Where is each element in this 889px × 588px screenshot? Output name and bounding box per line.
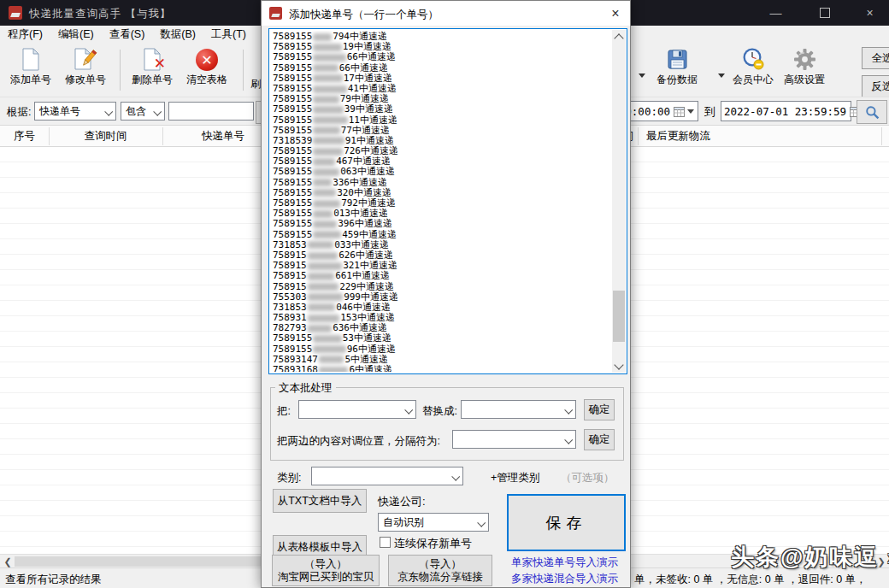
single-courier-demo-link[interactable]: 单家快递单号导入演示 — [511, 556, 618, 570]
member-center-button[interactable]: 会员中心 — [727, 45, 780, 95]
query-search-button[interactable] — [857, 100, 887, 124]
import-txt-button[interactable]: 从TXT文档中导入 — [273, 489, 367, 513]
modify-number-button[interactable]: 修改单号 — [60, 45, 111, 95]
tracking-line: 758915566中通速递 — [273, 51, 608, 62]
delete-document-icon: ✕ — [142, 45, 162, 71]
redacted-digits — [319, 367, 348, 372]
tracking-line: 782793636中通速递 — [273, 322, 608, 332]
replace-confirm-button[interactable]: 确定 — [584, 399, 615, 420]
date-to-field[interactable]: 2022-07-01 23:59:59 — [721, 101, 851, 121]
add-tracking-dialog: 添加快递单号（一行一个单号） × 7589155794中通速递758915519… — [261, 0, 631, 588]
chevron-down-icon — [404, 406, 413, 415]
member-dropdown-arrow-icon[interactable] — [718, 74, 725, 81]
replace-from-select[interactable] — [298, 400, 416, 419]
column-header-querytime[interactable]: 查询时间 — [49, 126, 162, 146]
menu-view[interactable]: 查看(S) — [102, 26, 153, 44]
swap-separator-select[interactable] — [452, 430, 576, 449]
column-header-seq[interactable]: 序号 — [0, 126, 49, 146]
calendar-icon — [674, 106, 685, 117]
redacted-digits — [313, 54, 345, 62]
dialog-title: 添加快递单号（一行一个单号） — [289, 8, 439, 22]
window-title: 快递批量查询高手 【与我】 — [29, 7, 171, 21]
invert-select-button[interactable]: 反选 — [862, 75, 889, 97]
taobao-import-button[interactable]: （导入） 淘宝网已买到的宝贝 — [272, 555, 380, 586]
redacted-digits — [313, 33, 332, 41]
redacted-digits — [313, 126, 339, 134]
scrollbar-thumb[interactable] — [613, 291, 625, 342]
refresh-button-partial[interactable]: 刷 — [250, 77, 261, 91]
select-all-button[interactable]: 全选 — [862, 47, 889, 69]
close-button[interactable]: × — [851, 0, 889, 26]
tracking-line: 758915321中通速递 — [273, 260, 608, 270]
column-header-lastupdate[interactable]: 最后更新物流 — [646, 126, 749, 146]
courier-company-select[interactable]: 自动识别 — [378, 513, 489, 532]
textarea-scrollbar[interactable] — [612, 30, 626, 373]
backup-dropdown-arrow-icon[interactable] — [639, 74, 645, 81]
delete-number-button[interactable]: ✕ 删除单号 — [127, 45, 178, 95]
tracking-line: 7589155794中通速递 — [273, 31, 608, 41]
tracking-line: 758915511中通速递 — [273, 115, 608, 125]
redacted-digits — [313, 179, 332, 186]
toolbar-separator — [120, 50, 121, 91]
menu-data[interactable]: 数据(B) — [152, 26, 203, 44]
filter-field-select[interactable]: 快递单号 — [34, 102, 116, 121]
redacted-digits — [313, 158, 335, 166]
new-document-icon — [21, 45, 41, 71]
clear-circle-icon: ✕ — [196, 45, 218, 71]
minimize-button[interactable]: — — [757, 0, 795, 26]
filter-keyword-input[interactable] — [168, 102, 254, 121]
tracking-line: 7589155013中通速递 — [273, 208, 608, 218]
redacted-digits — [313, 116, 347, 124]
tracking-line: 758931475中通速递 — [273, 354, 608, 364]
floppy-disk-icon — [666, 45, 689, 71]
menu-program[interactable]: 程序(F) — [0, 26, 50, 44]
tracking-line: 7589155467中通速递 — [273, 156, 608, 166]
save-button[interactable]: 保存 — [507, 494, 626, 551]
swap-confirm-button[interactable]: 确定 — [584, 429, 615, 450]
redacted-digits — [313, 200, 340, 208]
tracking-line: 7589155792中通速递 — [273, 197, 608, 208]
advanced-settings-button[interactable]: 高级设置 — [778, 45, 831, 95]
jd-import-button[interactable]: （导入） 京东物流分享链接 — [388, 555, 492, 586]
redacted-digits — [308, 303, 335, 311]
tracking-line: 731853046中通速递 — [273, 302, 608, 312]
gear-icon — [793, 45, 816, 71]
manage-category-link[interactable]: +管理类别 — [491, 471, 539, 485]
replace-from-label: 把: — [277, 404, 291, 419]
redacted-digits — [308, 252, 338, 260]
menu-edit[interactable]: 编辑(E) — [50, 26, 102, 44]
tracking-line: 758915661中通速递 — [273, 270, 608, 280]
tracking-line: 7589155063中通速递 — [273, 166, 608, 176]
category-select[interactable] — [311, 467, 463, 485]
tracking-line: 7589155459中通速递 — [273, 229, 608, 239]
tracking-line: 731853033中通速递 — [273, 239, 608, 250]
clear-table-button[interactable]: ✕ 清空表格 — [181, 45, 233, 95]
scroll-left-icon[interactable]: ❮ — [1, 556, 15, 567]
redacted-digits — [313, 345, 345, 353]
filter-match-select[interactable]: 包含 — [121, 102, 165, 121]
redacted-digits — [308, 262, 342, 270]
redacted-digits — [313, 74, 342, 82]
dialog-close-button[interactable]: × — [603, 3, 628, 24]
menu-tools[interactable]: 工具(T) — [203, 26, 254, 44]
tracking-line: 7589155396中通速递 — [273, 218, 608, 228]
scroll-up-icon[interactable] — [612, 30, 626, 43]
maximize-button[interactable] — [805, 0, 844, 26]
redacted-digits — [308, 241, 333, 249]
scroll-down-icon[interactable] — [612, 360, 626, 373]
replace-to-select[interactable] — [461, 400, 576, 419]
tracking-line: 758915541中通速递 — [273, 83, 608, 93]
courier-company-label: 快递公司: — [378, 494, 426, 509]
date-dropdown-icon[interactable] — [687, 109, 694, 117]
filter-by-label: 根据: — [7, 105, 31, 120]
tracking-line: 758915539中通速递 — [273, 103, 608, 114]
continuous-save-checkbox[interactable] — [380, 537, 391, 548]
to-label: 到 — [704, 104, 715, 120]
backup-data-button[interactable]: 备份数据 — [650, 45, 704, 95]
tracking-textarea[interactable]: 7589155794中通速递758915519中通速递758915566中通速递… — [268, 28, 627, 374]
multi-courier-demo-link[interactable]: 多家快递混合导入演示 — [511, 572, 618, 586]
add-number-button[interactable]: 添加单号 — [5, 45, 56, 95]
redacted-digits — [313, 148, 343, 156]
tracking-line: 731853991中通速递 — [273, 135, 608, 145]
magnifier-icon — [865, 105, 880, 120]
